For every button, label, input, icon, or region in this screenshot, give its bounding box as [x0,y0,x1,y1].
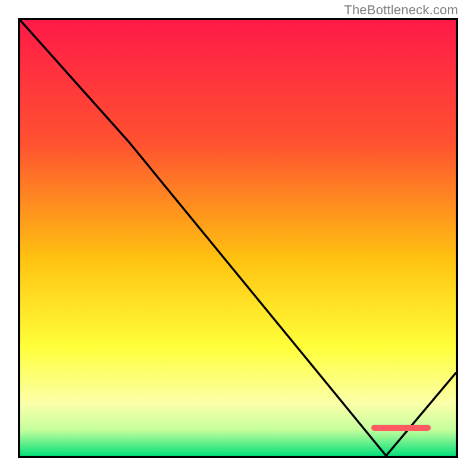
chart-svg [20,20,456,456]
plot-area [18,18,458,458]
gradient-background [20,20,456,456]
attribution-text: TheBottleneck.com [344,2,458,18]
legend-marker [371,425,431,431]
chart-container: TheBottleneck.com [0,0,476,476]
